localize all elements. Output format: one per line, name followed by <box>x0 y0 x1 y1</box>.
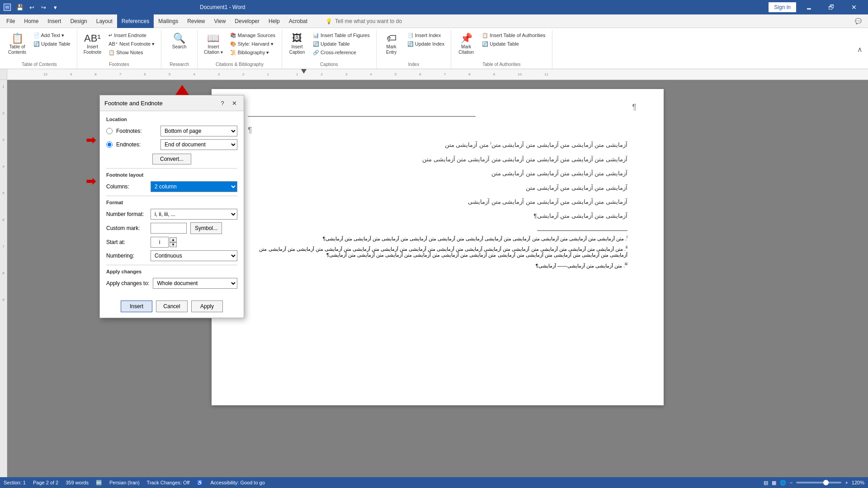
menu-file[interactable]: File <box>2 14 19 28</box>
mark-citation-btn[interactable]: 📌 MarkCitation <box>455 32 477 59</box>
section-status: Section: 1 <box>4 480 26 485</box>
sign-in-button[interactable]: Sign in <box>768 2 797 13</box>
customize-quick-btn[interactable]: ▾ <box>50 2 61 13</box>
insert-button[interactable]: Insert <box>121 300 152 312</box>
update-table-authorities-btn[interactable]: 🔄 Update Table <box>479 40 548 48</box>
search-btn[interactable]: 🔍 Search <box>168 32 191 59</box>
endnotes-radio[interactable] <box>106 141 113 148</box>
spinner-down-btn[interactable]: ▼ <box>170 242 177 247</box>
columns-select[interactable]: 2 column <box>151 181 237 192</box>
menu-help[interactable]: Help <box>264 14 284 28</box>
footnotes-radio[interactable] <box>106 128 113 134</box>
menu-references[interactable]: References <box>117 14 154 28</box>
menu-design[interactable]: Design <box>66 14 91 28</box>
tell-me-input[interactable]: 💡Tell me what you want to do <box>321 14 406 28</box>
menu-mailings[interactable]: Mailings <box>154 14 183 28</box>
view-web-btn[interactable]: 🌐 <box>780 480 786 486</box>
insert-caption-btn[interactable]: 🖼 InsertCaption <box>286 32 308 59</box>
ruler-container: 10987654321 1234567891011 <box>0 69 868 80</box>
footnote-endnote-dialog[interactable]: Footnote and Endnote ? ✕ Location Footno… <box>99 95 244 318</box>
doc-line-6: آزمایشی متن آزمایشی متن آزمایشی¶ <box>248 211 627 221</box>
undo-quick-btn[interactable]: ↩ <box>26 2 37 13</box>
cancel-button[interactable]: Cancel <box>156 300 188 312</box>
number-format-select[interactable]: i, ii, iii, ... <box>151 209 237 220</box>
insert-index-btn[interactable]: 📑 Insert Index <box>405 32 448 39</box>
insert-footnote-btn[interactable]: AB¹ InsertFootnote <box>81 32 104 59</box>
convert-button[interactable]: Convert... <box>152 154 191 164</box>
footnotes-select[interactable]: Bottom of page <box>160 126 237 136</box>
close-button[interactable]: ✕ <box>844 0 864 14</box>
dialog-help-btn[interactable]: ? <box>217 98 227 108</box>
dialog-title: Footnote and Endnote <box>104 100 163 107</box>
insert-endnote-btn[interactable]: ↵ Insert Endnote <box>106 32 157 39</box>
add-text-btn[interactable]: 📄 Add Text ▾ <box>31 32 73 39</box>
bibliography-btn[interactable]: 📜 Bibliography ▾ <box>227 49 278 56</box>
update-table-captions-btn[interactable]: 🔄 Update Table <box>310 40 373 48</box>
research-group-label: Research <box>170 62 189 67</box>
insert-footnote-icon: AB¹ <box>84 33 101 43</box>
menu-insert[interactable]: Insert <box>43 14 66 28</box>
footnotes-col: ↵ Insert Endnote AB⁺ Next Footnote ▾ 📋 S… <box>106 32 157 56</box>
save-quick-btn[interactable]: 💾 <box>14 2 25 13</box>
horizontal-ruler: 10987654321 1234567891011 <box>7 69 868 80</box>
accessibility-icon: ♿ <box>197 480 203 486</box>
style-btn[interactable]: 🎨 Style: Harvard ▾ <box>227 40 278 48</box>
track-changes-status: Track Changes: Off <box>147 480 190 485</box>
view-normal-btn[interactable]: ▤ <box>764 480 768 486</box>
insert-table-figures-btn[interactable]: 📊 Insert Table of Figures <box>310 32 373 39</box>
update-index-btn[interactable]: 🔄 Update Index <box>405 40 448 48</box>
custom-mark-input[interactable] <box>151 223 187 234</box>
update-table-toc-btn[interactable]: 🔄 Update Table <box>31 40 73 48</box>
spinner-up-btn[interactable]: ▲ <box>170 237 177 242</box>
apply-button[interactable]: Apply <box>191 300 223 312</box>
numbering-select[interactable]: Continuous <box>151 250 237 261</box>
symbol-button[interactable]: Symbol... <box>190 222 222 234</box>
minimize-button[interactable]: 🗕 <box>798 0 819 14</box>
start-at-input[interactable] <box>151 237 169 248</box>
zoom-in-btn[interactable]: + <box>845 480 848 485</box>
zoom-out-btn[interactable]: − <box>790 480 793 485</box>
menu-developer[interactable]: Developer <box>230 14 264 28</box>
show-notes-btn[interactable]: 📋 Show Notes <box>106 49 157 56</box>
insert-citation-btn[interactable]: 📖 InsertCitation ▾ <box>201 32 226 59</box>
divider-3 <box>106 265 237 265</box>
manage-sources-btn[interactable]: 📚 Manage Sources <box>227 32 278 39</box>
zoom-slider[interactable] <box>796 482 841 483</box>
endnotes-select[interactable]: End of document <box>160 139 237 150</box>
redo-quick-btn[interactable]: ↪ <box>38 2 49 13</box>
ribbon-collapse-btn[interactable]: ∧ <box>857 45 863 54</box>
accessibility-status: Accessibility: Good to go <box>210 480 264 485</box>
mark-entry-btn[interactable]: 🏷 MarkEntry <box>380 32 403 59</box>
dialog-close-btn[interactable]: ✕ <box>229 98 239 108</box>
menu-bar: File Home Insert Design Layout Reference… <box>0 14 868 28</box>
cross-reference-btn[interactable]: 🔗 Cross-reference <box>310 49 373 56</box>
search-icon: 🔍 <box>173 33 185 43</box>
restore-button[interactable]: 🗗 <box>821 0 842 14</box>
dialog-titlebar: Footnote and Endnote ? ✕ <box>100 95 244 111</box>
menu-layout[interactable]: Layout <box>92 14 117 28</box>
zoom-thumb[interactable] <box>823 480 829 485</box>
view-layout-btn[interactable]: ▦ <box>772 480 776 486</box>
paragraph-mark-top: ¶ <box>632 103 637 112</box>
document-title: Document1 - Word <box>200 4 245 10</box>
footnotes-row: Footnotes: Bottom of page <box>106 126 237 136</box>
authorities-col: 📋 Insert Table of Authorities 🔄 Update T… <box>479 32 548 48</box>
menu-acrobat[interactable]: Acrobat <box>284 14 312 28</box>
menu-view[interactable]: View <box>210 14 231 28</box>
divider-1 <box>106 168 237 169</box>
doc-line-2: آزمایشی متن آزمایشی متن آزمایشی متن آزما… <box>248 154 627 164</box>
insert-table-authorities-btn[interactable]: 📋 Insert Table of Authorities <box>479 32 548 39</box>
menu-review[interactable]: Review <box>183 14 209 28</box>
apply-changes-to-select[interactable]: Whole document <box>153 278 237 289</box>
words-status: 359 words <box>66 480 89 485</box>
zoom-level[interactable]: 120% <box>852 480 864 485</box>
next-footnote-btn[interactable]: AB⁺ Next Footnote ▾ <box>106 40 157 48</box>
table-of-contents-btn[interactable]: 📋 Table ofContents <box>5 32 29 59</box>
custom-mark-row: Custom mark: Symbol... <box>106 222 237 234</box>
document-page: ¶ ¶ آزمایشی متن آزمایشی متن آزمایشی متن … <box>212 89 664 405</box>
comments-btn[interactable]: 💬 <box>850 14 866 28</box>
ribbon-content: 📋 Table ofContents 📄 Add Text ▾ 🔄 Update… <box>0 28 868 69</box>
start-at-spinner: ▲ ▼ <box>151 237 177 248</box>
number-format-label: Number format: <box>106 211 147 217</box>
menu-home[interactable]: Home <box>19 14 43 28</box>
